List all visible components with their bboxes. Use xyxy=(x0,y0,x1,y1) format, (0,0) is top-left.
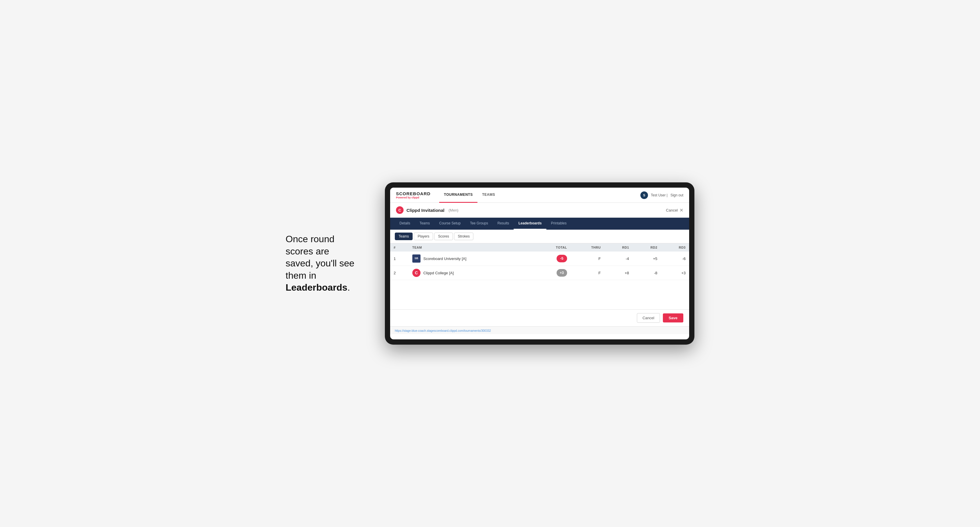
tablet-device: SCOREBOARD Powered by clippd TOURNAMENTS… xyxy=(385,183,694,344)
tab-leaderboards[interactable]: Leaderboards xyxy=(514,218,546,230)
intro-text: Once round scores are saved, you'll see … xyxy=(286,233,368,294)
tournament-header: C Clippd Invitational (Men) Cancel ✕ xyxy=(390,203,689,218)
tab-nav: Details Teams Course Setup Tee Groups Re… xyxy=(390,218,689,230)
brand: SCOREBOARD Powered by clippd xyxy=(396,191,430,199)
brand-title: SCOREBOARD xyxy=(396,191,430,196)
table-header-row: # TEAM TOTAL THRU RD1 RD2 RD3 xyxy=(390,243,689,252)
tab-results[interactable]: Results xyxy=(493,218,514,230)
rd2-2: -8 xyxy=(633,266,661,280)
footer-bar: Cancel Save xyxy=(390,309,689,326)
cancel-header-button[interactable]: Cancel ✕ xyxy=(666,208,683,213)
score-badge-2: +3 xyxy=(557,269,567,277)
sub-tab-players[interactable]: Players xyxy=(414,233,433,240)
status-bar: https://stage-blue-coach.stagescoreboard… xyxy=(390,326,689,334)
rd3-1: -6 xyxy=(661,252,689,266)
total-1: -5 xyxy=(533,252,571,266)
tab-details[interactable]: Details xyxy=(395,218,415,230)
team-cell-2: C Clippd College [A] xyxy=(409,266,533,280)
table-row: 1 SB Scoreboard University [A] -5 F xyxy=(390,252,689,266)
tab-teams[interactable]: Teams xyxy=(415,218,434,230)
team-logo-1: SB xyxy=(412,254,420,263)
nav-links: TOURNAMENTS TEAMS xyxy=(439,187,640,203)
nav-bar: SCOREBOARD Powered by clippd TOURNAMENTS… xyxy=(390,187,689,203)
col-rd2: RD2 xyxy=(633,243,661,252)
tab-course-setup[interactable]: Course Setup xyxy=(434,218,465,230)
nav-tournaments[interactable]: TOURNAMENTS xyxy=(439,187,477,203)
col-thru: THRU xyxy=(571,243,604,252)
leaderboard-table: # TEAM TOTAL THRU RD1 RD2 RD3 1 xyxy=(390,243,689,280)
rd1-1: -4 xyxy=(604,252,633,266)
save-button[interactable]: Save xyxy=(663,313,683,322)
sign-out-link[interactable]: Sign out xyxy=(670,193,683,197)
col-total: TOTAL xyxy=(533,243,571,252)
tab-printables[interactable]: Printables xyxy=(546,218,571,230)
col-rank: # xyxy=(390,243,409,252)
col-rd1: RD1 xyxy=(604,243,633,252)
sub-tab-teams[interactable]: Teams xyxy=(395,233,413,240)
tournament-title-row: C Clippd Invitational (Men) xyxy=(396,206,458,214)
col-team: TEAM xyxy=(409,243,533,252)
sub-tab-strokes[interactable]: Strokes xyxy=(454,233,474,240)
tablet-screen: SCOREBOARD Powered by clippd TOURNAMENTS… xyxy=(390,187,689,340)
nav-teams[interactable]: TEAMS xyxy=(477,187,500,203)
user-avatar: S xyxy=(640,191,648,199)
cancel-button[interactable]: Cancel xyxy=(637,313,660,323)
total-2: +3 xyxy=(533,266,571,280)
thru-1: F xyxy=(571,252,604,266)
table-row: 2 C Clippd College [A] +3 F xyxy=(390,266,689,280)
tournament-sub: (Men) xyxy=(449,208,458,213)
brand-subtitle: Powered by clippd xyxy=(396,196,430,199)
status-url: https://stage-blue-coach.stagescoreboard… xyxy=(395,329,491,332)
thru-2: F xyxy=(571,266,604,280)
tournament-name: Clippd Invitational xyxy=(406,208,444,213)
col-rd3: RD3 xyxy=(661,243,689,252)
team-logo-2: C xyxy=(412,269,420,277)
rd1-2: +8 xyxy=(604,266,633,280)
leaderboard-table-container: # TEAM TOTAL THRU RD1 RD2 RD3 1 xyxy=(390,243,689,280)
rd3-2: +3 xyxy=(661,266,689,280)
team-cell-1: SB Scoreboard University [A] xyxy=(409,252,533,266)
user-name: Test User | xyxy=(651,193,668,197)
rank-2: 2 xyxy=(390,266,409,280)
close-icon: ✕ xyxy=(679,208,683,213)
sub-tabs: Teams Players Scores Strokes xyxy=(390,230,689,243)
nav-right: S Test User | Sign out xyxy=(640,191,683,199)
tab-tee-groups[interactable]: Tee Groups xyxy=(465,218,493,230)
sub-tab-scores[interactable]: Scores xyxy=(434,233,453,240)
rank-1: 1 xyxy=(390,252,409,266)
tournament-logo: C xyxy=(396,206,404,214)
rd2-1: +5 xyxy=(633,252,661,266)
score-badge-1: -5 xyxy=(557,255,567,262)
